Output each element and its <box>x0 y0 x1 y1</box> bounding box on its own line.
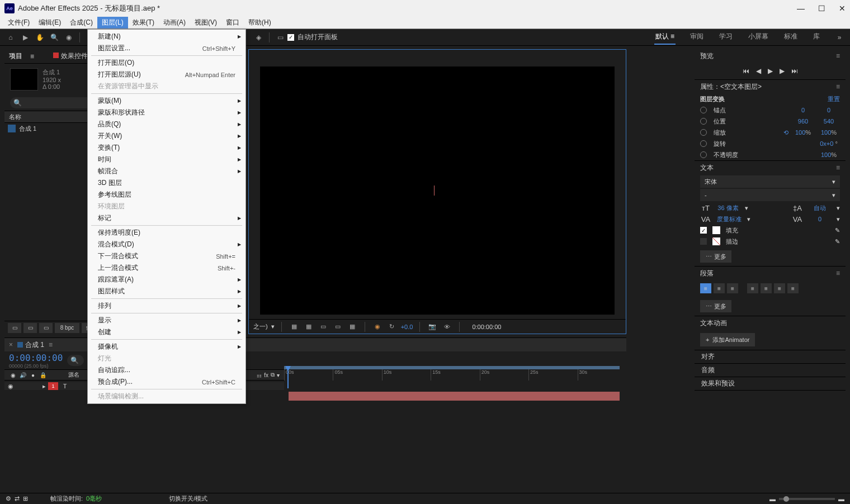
paragraph-title[interactable]: 段落 <box>700 269 714 278</box>
stopwatch-icon[interactable] <box>700 107 707 113</box>
folder-icon[interactable]: ▭ <box>23 323 37 333</box>
menu-item[interactable]: 自动追踪... <box>88 364 245 376</box>
reset-button[interactable]: 重置 <box>828 95 840 103</box>
timeline-tab[interactable]: 合成 1 <box>17 340 44 350</box>
audio-panel[interactable]: 音频 <box>695 364 846 377</box>
mask-icon[interactable]: ▭ <box>318 322 329 332</box>
more-icon[interactable]: » <box>833 31 846 44</box>
transform-group[interactable]: 图层变换 <box>700 95 824 103</box>
solo-column-icon[interactable]: ● <box>29 372 37 378</box>
auto-open-checkbox[interactable]: ✓ <box>287 34 294 41</box>
menu-图层(L)[interactable]: 图层(L) <box>97 17 128 28</box>
current-time[interactable]: 0:00:00:00 <box>472 324 501 330</box>
menu-item[interactable]: 排列▶ <box>88 300 245 312</box>
color-mgmt-icon[interactable]: ◉ <box>372 322 383 332</box>
align-right-icon[interactable]: ≡ <box>727 283 738 293</box>
dropdown-arrow-icon[interactable]: ▾ <box>271 323 275 330</box>
composition-view[interactable] <box>260 66 615 315</box>
font-family-select[interactable]: 宋体▾ <box>700 175 840 188</box>
tab-close-icon[interactable]: × <box>9 341 13 349</box>
current-timecode[interactable]: 0:00:00:00 <box>9 353 63 363</box>
time-ruler[interactable]: 00s05s10s15s20s25s30s <box>284 369 626 381</box>
menu-item[interactable]: 跟踪遮罩(A)▶ <box>88 274 245 286</box>
next-frame-icon[interactable]: ▶ <box>780 67 785 75</box>
workspace-审阅[interactable]: 审阅 <box>689 30 705 45</box>
layer-duration-bar[interactable] <box>289 392 620 401</box>
eyedropper-icon[interactable]: ✎ <box>835 238 840 245</box>
transparency-icon[interactable]: ▦ <box>303 322 314 332</box>
eyedropper-icon[interactable]: ✎ <box>835 227 840 234</box>
parent-icon[interactable]: ⧉ <box>271 372 275 378</box>
fill-swatch[interactable] <box>712 226 720 234</box>
preview-title[interactable]: 预览 <box>700 51 714 61</box>
panel-menu-icon[interactable]: ≡ <box>836 164 840 172</box>
exposure-value[interactable]: +0.0 <box>401 324 413 330</box>
menu-item[interactable]: 蒙版和形状路径▶ <box>88 107 245 118</box>
snap-icon[interactable]: ◈ <box>252 31 265 44</box>
interpret-icon[interactable]: ▭ <box>8 323 21 333</box>
menu-item[interactable]: 创建▶ <box>88 326 245 338</box>
panel-menu-icon[interactable]: ≡ <box>49 341 53 349</box>
dropdown-arrow-icon[interactable]: ▾ <box>747 216 750 223</box>
menu-item[interactable]: 打开图层(O) <box>88 57 245 69</box>
scale-y[interactable]: 100% <box>818 129 840 136</box>
minimize-button[interactable]: — <box>797 4 805 13</box>
comp-thumbnail[interactable] <box>10 68 38 91</box>
lock-column-icon[interactable]: 🔒 <box>39 372 47 378</box>
zoom-tool-icon[interactable]: 🔍 <box>48 31 60 44</box>
menu-item[interactable]: 时间▶ <box>88 154 245 165</box>
workspace-学习[interactable]: 学习 <box>718 30 734 45</box>
menu-item[interactable]: 帧混合▶ <box>88 165 245 177</box>
maximize-button[interactable]: ☐ <box>818 4 825 13</box>
toggle-icon[interactable]: ⇄ <box>15 495 20 502</box>
stopwatch-icon[interactable] <box>700 151 707 158</box>
workspace-默认[interactable]: 默认 ≡ <box>654 30 676 45</box>
panel-menu-icon[interactable]: ≡ <box>836 83 840 91</box>
dropdown-arrow-icon[interactable]: ▾ <box>277 372 280 378</box>
stroke-swatch[interactable] <box>712 237 720 245</box>
prev-frame-icon[interactable]: ◀ <box>756 67 761 75</box>
dropdown-arrow-icon[interactable]: ▾ <box>745 205 748 212</box>
opacity-value[interactable]: 100% <box>818 151 840 158</box>
timeline-search[interactable]: 🔍 <box>67 355 84 366</box>
tracking[interactable]: 0 <box>809 216 831 222</box>
menu-item[interactable]: 保持透明度(E) <box>88 227 245 239</box>
first-frame-icon[interactable]: ⏮ <box>743 67 749 75</box>
menu-item[interactable]: 预合成(P)...Ctrl+Shift+C <box>88 376 245 388</box>
effect-controls-tab[interactable]: 效果控件 <box>61 52 88 60</box>
fill-checkbox[interactable]: ✓ <box>700 227 707 234</box>
more-button[interactable]: ⋯ 更多 <box>700 300 731 312</box>
align-panel[interactable]: 对齐 <box>695 350 846 364</box>
selection-tool-icon[interactable]: ▶ <box>19 31 31 44</box>
justify-right-icon[interactable]: ≡ <box>774 283 785 293</box>
show-snapshot-icon[interactable]: 👁 <box>441 322 452 332</box>
last-frame-icon[interactable]: ⏭ <box>791 67 798 75</box>
menu-合成(C)[interactable]: 合成(C) <box>65 17 97 28</box>
workspace-库[interactable]: 库 <box>812 30 821 45</box>
panel-icon[interactable]: ▭ <box>274 31 286 44</box>
workspace-小屏幕[interactable]: 小屏幕 <box>747 30 769 45</box>
menu-item[interactable]: 下一混合模式Shift+= <box>88 250 245 262</box>
menu-item[interactable]: 图层设置...Ctrl+Shift+Y <box>88 42 245 54</box>
kerning[interactable]: 度量标准 <box>717 215 742 224</box>
text-panel-title[interactable]: 文本 <box>700 163 714 173</box>
orbit-tool-icon[interactable]: ◉ <box>63 31 75 44</box>
effects-icon[interactable]: ⚙ <box>6 495 11 502</box>
menu-item[interactable]: 开关(W)▶ <box>88 130 245 142</box>
graph-icon[interactable]: ⊞ <box>23 495 28 502</box>
menu-编辑(E)[interactable]: 编辑(E) <box>34 17 65 28</box>
anchor-x[interactable]: 0 <box>792 107 814 113</box>
zoom-out-icon[interactable]: ▬ <box>769 496 776 502</box>
justify-center-icon[interactable]: ≡ <box>761 283 772 293</box>
playhead[interactable] <box>287 366 289 388</box>
home-icon[interactable]: ⌂ <box>4 31 17 44</box>
workspace-标准[interactable]: 标准 <box>783 30 799 45</box>
eye-column-icon[interactable]: ◉ <box>9 372 17 378</box>
new-comp-icon[interactable]: ▭ <box>39 323 53 333</box>
stopwatch-icon[interactable] <box>700 118 707 125</box>
justify-all-icon[interactable]: ≡ <box>787 283 799 293</box>
source-name-column[interactable]: 源名 <box>68 371 79 379</box>
position-x[interactable]: 960 <box>792 118 814 125</box>
rotation-value[interactable]: 0x+0 ° <box>818 140 840 147</box>
project-tab[interactable]: 项目 <box>9 51 22 61</box>
